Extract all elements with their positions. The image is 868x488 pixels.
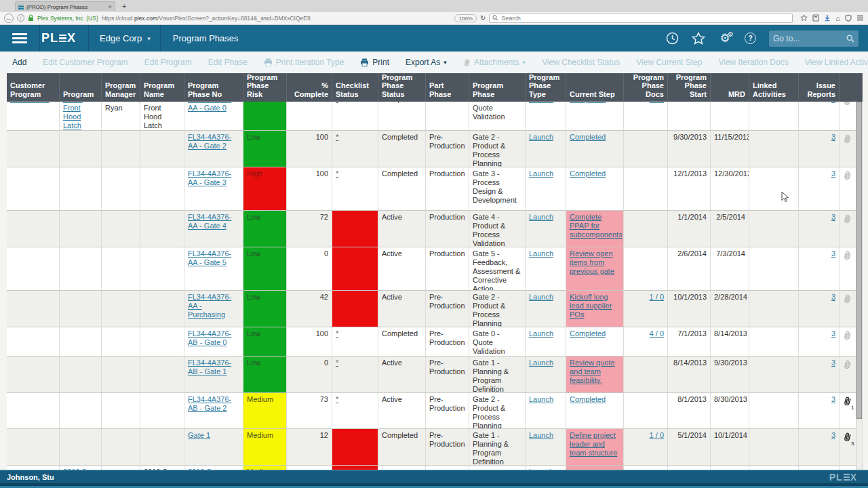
cell-docs[interactable]: 1 / 0 — [624, 102, 668, 130]
cell-phase-no[interactable]: FL34-4A376-AA - Purchasing — [184, 291, 243, 327]
scrollbar-thumb[interactable] — [856, 102, 862, 419]
cell-type[interactable]: Launch — [526, 247, 566, 290]
type-link[interactable]: Launch — [529, 293, 553, 301]
col-header-start[interactable]: Program Phase Start — [668, 73, 711, 102]
checklist-status-link[interactable]: * — [336, 102, 338, 103]
cell-issues[interactable]: 3 — [799, 393, 840, 428]
checklist-status-link[interactable]: * — [336, 169, 338, 178]
cell-phase-no[interactable]: FL34-4A376-AA - Gate 0 — [184, 102, 243, 130]
cell-phase-no[interactable]: FL34-4A376-AB - Gate 2 — [184, 393, 243, 428]
print-button[interactable]: Print — [360, 58, 389, 67]
checklist-status-link[interactable]: * — [336, 133, 338, 141]
issues-link[interactable]: 3 — [831, 431, 835, 439]
col-header-attach[interactable] — [840, 73, 863, 102]
history-clock-icon[interactable] — [665, 32, 679, 45]
issues-link[interactable]: 3 — [831, 213, 835, 221]
cell-program[interactable]: F-150 Front Hood Latch — [60, 102, 102, 130]
browser-search-input[interactable] — [501, 15, 789, 22]
cell-type[interactable]: Launch — [526, 167, 566, 210]
issues-link[interactable]: 3 — [831, 329, 835, 338]
phase-no-link[interactable]: FL34-4A376-AB - Gate 2 — [188, 395, 231, 412]
cell-checklist[interactable]: * — [332, 327, 378, 356]
info-icon[interactable]: i — [17, 14, 24, 22]
phase-no-link[interactable]: FL34-4A376-AA - Gate 3 — [188, 169, 231, 186]
checklist-status-link[interactable]: * — [336, 359, 338, 367]
goto-search-box[interactable] — [769, 30, 859, 47]
type-link[interactable]: Launch — [529, 213, 553, 221]
phase-no-link[interactable]: FL34-4A376-AA - Gate 0 — [188, 102, 231, 112]
browser-tab[interactable]: (PROD) Program Phases × — [15, 1, 115, 12]
issues-link[interactable]: 3 — [831, 133, 835, 141]
phase-no-link[interactable]: FL34-4A376-AA - Gate 5 — [188, 249, 231, 266]
bookmarks-panel-icon[interactable] — [812, 14, 819, 22]
col-header-program[interactable]: Program — [60, 73, 102, 102]
cell-checklist[interactable]: * — [332, 247, 378, 290]
reload-icon[interactable]: ↻ — [480, 14, 486, 22]
current-step-link[interactable]: Completed — [570, 102, 606, 103]
phase-no-link[interactable]: FL34-4A376-AA - Gate 4 — [188, 213, 231, 230]
col-header-docs[interactable]: Program Phase Docs — [624, 73, 668, 102]
col-header-program-manager[interactable]: Program Manager — [102, 73, 140, 102]
checklist-status-link[interactable]: * — [336, 329, 338, 338]
col-header-checklist[interactable]: Checklist Status — [332, 73, 378, 102]
favorites-star-icon[interactable] — [692, 32, 705, 45]
cell-customer-program[interactable]: F-150 Front — [7, 102, 60, 130]
cell-type[interactable]: Launch — [526, 211, 566, 247]
cell-checklist[interactable]: * — [332, 102, 378, 130]
cell-checklist[interactable]: * — [332, 291, 378, 327]
help-icon[interactable]: ? — [745, 33, 756, 44]
settings-gears-icon[interactable]: ⚙⚙ — [718, 32, 732, 45]
download-icon[interactable] — [824, 14, 831, 22]
cell-current-step[interactable]: Kickoff long lead supplier POs — [566, 291, 624, 327]
col-header-type[interactable]: Program Phase Type — [526, 73, 566, 102]
issues-link[interactable]: 3 — [831, 102, 835, 103]
current-step-link[interactable]: Completed — [570, 329, 606, 338]
cell-issues[interactable]: 3 — [799, 429, 840, 465]
cell-current-step[interactable]: Completed — [566, 167, 624, 210]
issues-link[interactable]: 3 — [831, 249, 835, 258]
issues-link[interactable]: 3 — [831, 395, 835, 403]
issues-link[interactable]: 3 — [831, 293, 835, 301]
cell-issues[interactable]: 3 — [799, 211, 840, 247]
docs-link[interactable]: 4 / 0 — [650, 329, 664, 338]
type-link[interactable]: Launch — [529, 102, 553, 103]
cell-issues[interactable]: 3 — [799, 102, 840, 130]
cell-type[interactable]: Launch — [526, 357, 566, 392]
type-link[interactable]: Launch — [529, 329, 553, 338]
company-selector[interactable]: Edge Corp ▾ — [89, 33, 160, 43]
col-header-phase[interactable]: Program Phase — [469, 73, 526, 102]
cell-phase-no[interactable]: FL34-4A376-AA - Gate 5 — [184, 247, 243, 290]
checklist-status-link[interactable]: * — [336, 249, 338, 258]
issues-link[interactable]: 3 — [831, 359, 835, 367]
cell-checklist[interactable]: * — [332, 211, 378, 247]
cell-phase-no[interactable]: FL34-4A376-AA - Gate 4 — [184, 211, 243, 247]
cell-type[interactable]: Launch — [526, 429, 566, 465]
docs-link[interactable]: 1 / 0 — [650, 431, 664, 439]
type-link[interactable]: Launch — [529, 431, 553, 439]
col-header-program-name[interactable]: Program Name — [140, 73, 184, 102]
col-header-mrd[interactable]: MRD — [711, 73, 749, 102]
checklist-status-link[interactable]: * — [336, 213, 338, 221]
phase-no-link[interactable]: Gate 1 — [188, 431, 210, 439]
col-header-customer-program[interactable]: Customer Program — [7, 73, 60, 102]
checklist-status-link[interactable]: * — [336, 431, 338, 439]
checklist-status-link[interactable]: * — [336, 395, 338, 403]
goto-input[interactable] — [773, 34, 846, 43]
checklist-status-link[interactable]: * — [336, 293, 338, 301]
browser-search-box[interactable] — [489, 14, 793, 23]
plex-logo[interactable]: PL X — [40, 31, 88, 45]
cell-current-step[interactable]: Review quote and team feasibility. — [566, 357, 624, 392]
cell-phase-no[interactable]: FL34-4A376-AA - Gate 3 — [184, 167, 243, 210]
cell-current-step[interactable]: Define project leader and team structure — [566, 429, 624, 465]
bookmark-star-icon[interactable] — [800, 14, 808, 22]
current-step-link[interactable]: Complete PPAP for subcomponents — [570, 213, 623, 239]
phase-no-link[interactable]: FL34-4A376-AA - Gate 2 — [188, 133, 231, 150]
docs-link[interactable]: 1 / 0 — [650, 293, 664, 301]
col-header-pct[interactable]: % Complete — [287, 73, 332, 102]
new-tab-button[interactable]: + — [122, 2, 126, 10]
customer-program-link[interactable]: F-150 Front — [10, 102, 49, 103]
current-step-link[interactable]: Kickoff long lead supplier POs — [570, 293, 612, 319]
cell-current-step[interactable]: Completed — [566, 131, 624, 167]
phase-no-link[interactable]: FL34-4A376-AB - Gate 0 — [188, 329, 231, 346]
type-link[interactable]: Launch — [529, 359, 553, 367]
